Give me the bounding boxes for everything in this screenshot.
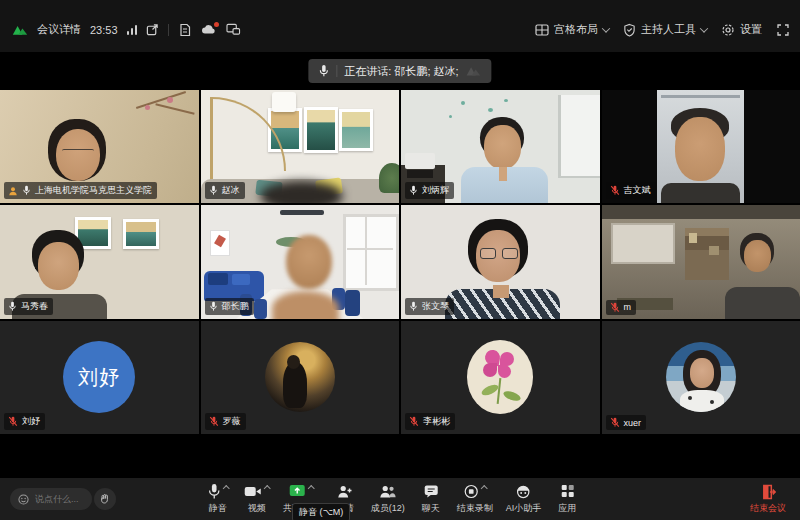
stop-record-button[interactable]: 结束录制 [457, 482, 493, 515]
video-tile[interactable]: 马秀春 [0, 205, 199, 318]
emoji-icon [18, 494, 29, 505]
share-screen-icon [288, 484, 305, 498]
ai-assistant-button[interactable]: AI小助手 [506, 482, 542, 515]
meeting-app-logo [12, 23, 28, 37]
mic-icon [318, 64, 329, 78]
end-meeting-button[interactable]: 结束会议 [750, 484, 786, 515]
video-grid: 上海电机学院马克思主义学院 赵冰 [0, 90, 800, 434]
divider [336, 65, 337, 77]
record-options-caret[interactable] [480, 484, 487, 491]
apps-button[interactable]: 应用 [554, 482, 580, 515]
speaking-banner: 正在讲话: 邵长鹏; 赵冰; [308, 59, 491, 83]
participant-label: 马秀春 [4, 298, 53, 315]
reaction-button[interactable] [94, 488, 116, 510]
stop-record-icon [463, 484, 478, 499]
shield-icon [623, 23, 636, 37]
mic-muted-icon [209, 416, 219, 427]
mute-shortcut-tooltip: 静音 (⌥M) [292, 503, 350, 520]
avatar [467, 340, 533, 414]
video-tile-active-speaker[interactable]: 邵长鹏 [201, 205, 400, 318]
participant-label: 吉文斌 [606, 182, 656, 199]
avatar [265, 342, 335, 412]
video-tile[interactable]: 罗薇 [201, 321, 400, 434]
avatar: 刘妤 [63, 341, 135, 413]
meeting-window: 会议详情 23:53 [0, 0, 800, 520]
participant-label: 罗薇 [205, 413, 246, 430]
mic-options-caret[interactable] [222, 484, 229, 491]
invite-icon [337, 484, 353, 499]
video-options-caret[interactable] [264, 484, 271, 491]
avatar [666, 342, 736, 412]
top-bar: 会议详情 23:53 [0, 0, 800, 52]
video-button[interactable]: 视频 [244, 482, 270, 515]
participant-label: 刘炳辉 [405, 182, 454, 199]
speaking-text: 正在讲话: 邵长鹏; 赵冰; [344, 64, 458, 79]
cloud-record-icon[interactable] [201, 23, 217, 36]
camera-icon [244, 485, 262, 498]
notification-dot [214, 22, 219, 27]
chat-icon [423, 484, 438, 498]
chat-button[interactable]: 聊天 [418, 482, 444, 515]
video-tile[interactable]: 刘妤 刘妤 [0, 321, 199, 434]
video-tile[interactable]: xuer [602, 321, 800, 434]
fullscreen-icon[interactable] [776, 23, 790, 37]
members-button[interactable]: 成员(12) [371, 482, 405, 515]
participant-label: 赵冰 [205, 182, 245, 199]
participant-label: xuer [606, 415, 647, 430]
mute-button[interactable]: 静音 [205, 482, 231, 515]
network-signal-icon [127, 24, 138, 35]
ai-assistant-icon [516, 484, 531, 499]
watermark-logo [466, 65, 482, 77]
mic-muted-icon [610, 417, 620, 428]
mic-on-icon [22, 185, 31, 196]
participant-label: 李彬彬 [405, 413, 455, 430]
bottom-toolbar: 静音 视频 共享屏幕 [0, 478, 800, 520]
meeting-time: 23:53 [90, 24, 118, 36]
grid-layout-icon [535, 24, 549, 36]
video-tile[interactable]: m [602, 205, 800, 318]
video-tile[interactable]: 上海电机学院马克思主义学院 [0, 90, 199, 203]
mic-icon [207, 483, 220, 500]
divider [168, 24, 169, 36]
video-tile[interactable]: 李彬彬 [401, 321, 600, 434]
quick-chat-input-wrap[interactable] [10, 488, 92, 510]
chevron-down-icon [700, 24, 708, 32]
open-external-icon[interactable] [146, 23, 159, 36]
meeting-details-button[interactable]: 会议详情 [37, 22, 81, 37]
mic-on-icon [209, 301, 218, 312]
mic-on-icon [8, 301, 17, 312]
participant-label: 上海电机学院马克思主义学院 [4, 182, 157, 199]
host-tools-button[interactable]: 主持人工具 [623, 22, 707, 37]
video-tile[interactable]: 吉文斌 [602, 90, 800, 203]
mic-muted-icon [8, 416, 18, 427]
end-meeting-icon [761, 484, 776, 500]
clap-hand-icon [99, 493, 111, 505]
host-badge-icon [8, 186, 18, 196]
participant-label: 张文琴 [405, 298, 454, 315]
participant-label: 刘妤 [4, 413, 45, 430]
mic-muted-icon [610, 302, 620, 313]
screen-cast-icon[interactable] [226, 23, 241, 36]
mic-on-icon [409, 185, 418, 196]
meeting-docs-icon[interactable] [178, 23, 192, 37]
layout-selector[interactable]: 宫格布局 [535, 22, 609, 37]
mic-on-icon [209, 185, 218, 196]
participant-label: 邵长鹏 [205, 298, 254, 315]
apps-icon [560, 484, 574, 498]
members-icon [379, 484, 397, 499]
mic-muted-icon [610, 185, 620, 196]
video-tile[interactable]: 赵冰 [201, 90, 400, 203]
settings-button[interactable]: 设置 [721, 22, 762, 37]
mic-muted-icon [409, 416, 419, 427]
share-options-caret[interactable] [307, 484, 314, 491]
mic-on-icon [409, 301, 418, 312]
gear-icon [721, 23, 735, 37]
video-tile[interactable]: 张文琴 [401, 205, 600, 318]
quick-chat-input[interactable] [33, 493, 81, 505]
video-tile[interactable]: 刘炳辉 [401, 90, 600, 203]
participant-label: m [606, 300, 637, 315]
chevron-down-icon [602, 24, 610, 32]
